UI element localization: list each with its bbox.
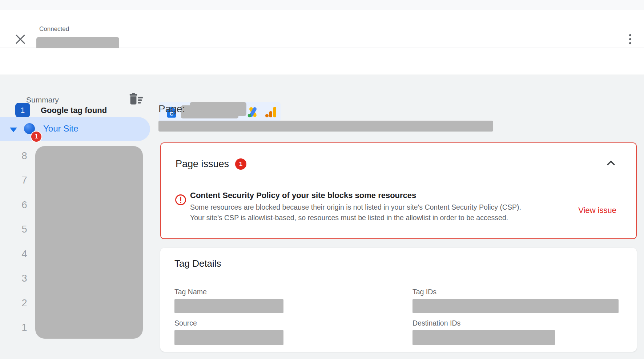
field-label-source: Source bbox=[174, 319, 197, 327]
collapse-issues-button[interactable] bbox=[605, 157, 617, 169]
issue-description-block: Content Security Policy of your site blo… bbox=[190, 191, 572, 223]
kebab-menu-icon bbox=[629, 38, 631, 40]
close-icon bbox=[14, 33, 27, 46]
source-redacted bbox=[174, 330, 283, 345]
site-issue-badge: 1 bbox=[31, 131, 42, 142]
view-issue-link[interactable]: View issue bbox=[578, 206, 616, 215]
connection-status-label: Connected bbox=[39, 25, 69, 33]
chevron-up-icon bbox=[605, 157, 617, 169]
event-row-number: 8 bbox=[17, 150, 32, 162]
tag-details-card: Tag Details Tag Name Tag IDs Source Dest… bbox=[160, 248, 637, 352]
event-list-redacted bbox=[35, 146, 143, 339]
page-name-redacted bbox=[190, 102, 246, 116]
issue-description-line2: Your site's CSP is allowlist-based, so r… bbox=[190, 213, 572, 223]
tag-name-redacted bbox=[174, 299, 283, 313]
top-strip bbox=[0, 0, 644, 10]
tag-ids-redacted bbox=[412, 299, 619, 313]
clear-log-button[interactable] bbox=[127, 92, 145, 108]
page-url-redacted bbox=[158, 121, 493, 132]
connection-header: Connected bbox=[0, 10, 644, 48]
event-row-number: 6 bbox=[17, 199, 32, 211]
warning-icon bbox=[175, 194, 186, 207]
sidebar-item-label: Your Site bbox=[43, 124, 79, 134]
close-button[interactable] bbox=[14, 33, 27, 46]
tag-details-title: Tag Details bbox=[174, 258, 221, 269]
issue-description-line1: Some resources are blocked because their… bbox=[190, 202, 572, 213]
event-row-number: 2 bbox=[17, 298, 32, 309]
sidebar-item-your-site[interactable]: 1 Your Site bbox=[0, 117, 150, 141]
event-row-number: 3 bbox=[17, 273, 32, 284]
field-label-destination-ids: Destination IDs bbox=[412, 319, 460, 327]
page-issues-card: Page issues 1 Content Security Policy of… bbox=[160, 142, 637, 239]
event-row-number: 4 bbox=[17, 249, 32, 260]
event-row-number: 5 bbox=[17, 224, 32, 235]
caret-down-icon[interactable] bbox=[10, 128, 17, 132]
delete-sweep-icon bbox=[127, 92, 145, 108]
more-options-button[interactable] bbox=[624, 31, 637, 48]
tag-assistant-panel: Connected 1 Google tag found G bbox=[0, 0, 644, 359]
google-ads-icon bbox=[246, 106, 259, 118]
issue-title: Content Security Policy of your site blo… bbox=[190, 191, 572, 200]
tag-found-bar: 1 Google tag found G bbox=[0, 48, 644, 74]
google-analytics-icon bbox=[265, 107, 276, 117]
kebab-menu-icon bbox=[629, 42, 631, 44]
page-label: Page: bbox=[158, 103, 185, 115]
tag-found-label: Google tag found bbox=[41, 106, 107, 115]
issue-count-badge: 1 bbox=[235, 158, 246, 170]
event-row-number: 7 bbox=[17, 175, 32, 186]
summary-heading: Summary bbox=[26, 96, 59, 104]
tag-count-badge: 1 bbox=[15, 103, 30, 117]
page-title-row: Page: bbox=[158, 102, 246, 116]
destination-ids-redacted bbox=[412, 330, 555, 345]
event-row-number: 1 bbox=[17, 322, 32, 333]
field-label-tag-ids: Tag IDs bbox=[412, 288, 436, 296]
field-label-tag-name: Tag Name bbox=[174, 288, 207, 296]
kebab-menu-icon bbox=[629, 34, 631, 36]
page-issues-title: Page issues bbox=[176, 158, 229, 170]
